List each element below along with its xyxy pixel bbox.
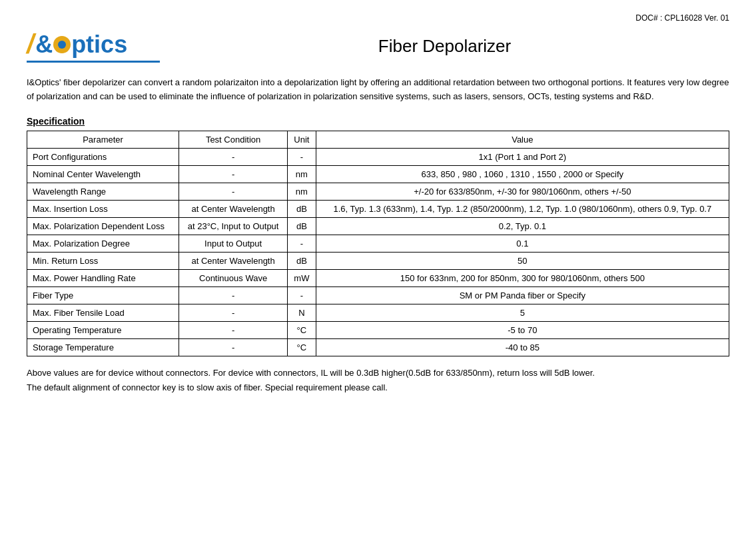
cell-condition: - xyxy=(179,148,288,165)
cell-parameter: Fiber Type xyxy=(27,286,179,304)
cell-parameter: Port Configurations xyxy=(27,148,179,165)
col-header-condition: Test Condition xyxy=(179,131,288,148)
cell-unit: - xyxy=(288,286,316,304)
logo-eye-icon xyxy=(53,36,71,53)
col-header-value: Value xyxy=(316,131,729,148)
cell-parameter: Wavelength Range xyxy=(27,183,179,200)
cell-parameter: Min. Return Loss xyxy=(27,252,179,269)
logo-optics-text: ptics xyxy=(71,31,127,59)
table-row: Max. Polarization DegreeInput to Output-… xyxy=(27,235,729,252)
table-row: Max. Fiber Tensile Load-N5 xyxy=(27,304,729,321)
cell-value: 50 xyxy=(316,252,729,269)
cell-value: 1x1 (Port 1 and Port 2) xyxy=(316,148,729,165)
cell-value: 1.6, Typ. 1.3 (633nm), 1.4, Typ. 1.2 (85… xyxy=(316,200,729,217)
logo-underline xyxy=(27,61,160,63)
table-row: Port Configurations--1x1 (Port 1 and Por… xyxy=(27,148,729,165)
cell-parameter: Max. Fiber Tensile Load xyxy=(27,304,179,321)
cell-unit: mW xyxy=(288,269,316,286)
cell-condition: - xyxy=(179,183,288,200)
footer-line1: Above values are for device without conn… xyxy=(27,366,729,380)
cell-condition: - xyxy=(179,165,288,183)
page-title: Fiber Depolarizer xyxy=(160,36,729,57)
spec-table: Parameter Test Condition Unit Value Port… xyxy=(27,131,729,356)
cell-condition: at Center Wavelength xyxy=(179,200,288,217)
cell-value: +/-20 for 633/850nm, +/-30 for 980/1060n… xyxy=(316,183,729,200)
cell-parameter: Nominal Center Wavelength xyxy=(27,165,179,183)
cell-unit: - xyxy=(288,235,316,252)
cell-parameter: Max. Polarization Degree xyxy=(27,235,179,252)
cell-condition: Input to Output xyxy=(179,235,288,252)
cell-value: 0.1 xyxy=(316,235,729,252)
table-row: Fiber Type--SM or PM Panda fiber or Spec… xyxy=(27,286,729,304)
footer-line2: The default alignment of connector key i… xyxy=(27,380,729,395)
cell-parameter: Max. Insertion Loss xyxy=(27,200,179,217)
cell-parameter: Max. Power Handling Rate xyxy=(27,269,179,286)
cell-parameter: Max. Polarization Dependent Loss xyxy=(27,217,179,235)
cell-condition: - xyxy=(179,286,288,304)
cell-condition: at Center Wavelength xyxy=(179,252,288,269)
cell-value: 5 xyxy=(316,304,729,321)
cell-condition: - xyxy=(179,304,288,321)
cell-unit: nm xyxy=(288,165,316,183)
table-row: Operating Temperature-°C-5 to 70 xyxy=(27,321,729,338)
cell-value: -5 to 70 xyxy=(316,321,729,338)
cell-value: 0.2, Typ. 0.1 xyxy=(316,217,729,235)
cell-condition: Continuous Wave xyxy=(179,269,288,286)
cell-unit: °C xyxy=(288,338,316,356)
doc-reference: DOC# : CPL16028 Ver. 01 xyxy=(27,13,729,23)
table-row: Min. Return Lossat Center WavelengthdB50 xyxy=(27,252,729,269)
col-header-unit: Unit xyxy=(288,131,316,148)
cell-value: 150 for 633nm, 200 for 850nm, 300 for 98… xyxy=(316,269,729,286)
cell-unit: dB xyxy=(288,200,316,217)
cell-value: SM or PM Panda fiber or Specify xyxy=(316,286,729,304)
table-row: Max. Power Handling RateContinuous Wavem… xyxy=(27,269,729,286)
cell-value: -40 to 85 xyxy=(316,338,729,356)
footer-notes: Above values are for device without conn… xyxy=(27,366,729,395)
col-header-parameter: Parameter xyxy=(27,131,179,148)
logo-slash: / xyxy=(27,29,34,59)
cell-parameter: Operating Temperature xyxy=(27,321,179,338)
cell-condition: at 23°C, Input to Output xyxy=(179,217,288,235)
company-logo: / & ptics xyxy=(27,29,160,63)
cell-value: 633, 850 , 980 , 1060 , 1310 , 1550 , 20… xyxy=(316,165,729,183)
product-description: I&Optics' fiber depolarizer can convert … xyxy=(27,76,729,104)
logo-ampersand: & xyxy=(35,31,53,59)
cell-unit: dB xyxy=(288,252,316,269)
cell-unit: - xyxy=(288,148,316,165)
cell-parameter: Storage Temperature xyxy=(27,338,179,356)
table-row: Wavelength Range-nm+/-20 for 633/850nm, … xyxy=(27,183,729,200)
cell-condition: - xyxy=(179,338,288,356)
table-row: Nominal Center Wavelength-nm633, 850 , 9… xyxy=(27,165,729,183)
cell-unit: dB xyxy=(288,217,316,235)
table-row: Max. Polarization Dependent Lossat 23°C,… xyxy=(27,217,729,235)
table-row: Max. Insertion Lossat Center Wavelengthd… xyxy=(27,200,729,217)
cell-unit: nm xyxy=(288,183,316,200)
spec-heading: Specification xyxy=(27,116,729,127)
table-row: Storage Temperature-°C-40 to 85 xyxy=(27,338,729,356)
cell-unit: N xyxy=(288,304,316,321)
cell-unit: °C xyxy=(288,321,316,338)
cell-condition: - xyxy=(179,321,288,338)
